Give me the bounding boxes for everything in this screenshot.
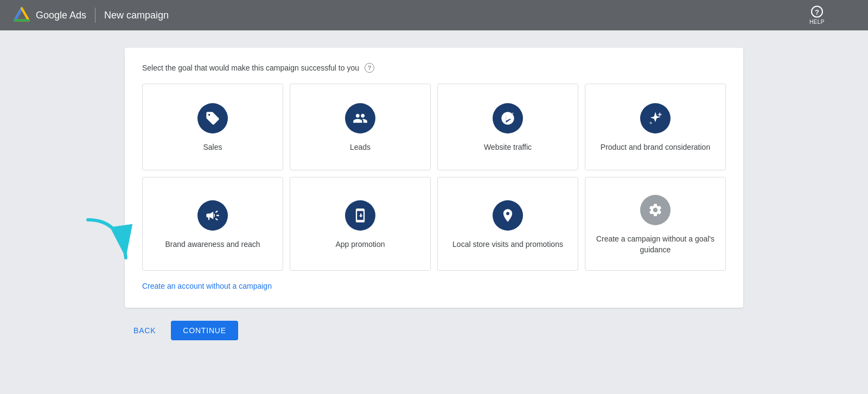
megaphone-icon [205,208,220,223]
no-guidance-label: Create a campaign without a goal's guida… [594,234,717,255]
create-account-link[interactable]: Create an account without a campaign [142,282,272,290]
brand-awareness-label: Brand awareness and reach [165,239,260,250]
header-divider [95,8,95,23]
brand-consideration-icon-circle [640,103,671,134]
svg-point-7 [510,113,511,114]
website-traffic-icon-circle [493,103,523,134]
goal-local-store[interactable]: Local store visits and promotions [437,177,578,271]
no-guidance-icon-circle [640,195,671,225]
back-button[interactable]: BACK [127,322,162,339]
bottom-bar: BACK CONTINUE [125,321,743,340]
app-promotion-icon-circle [345,200,375,231]
sparkle-icon [648,111,663,126]
leads-icon-circle [345,103,375,134]
header: Google Ads New campaign ? HELP [0,0,868,30]
card-header: Select the goal that would make this cam… [142,63,726,73]
goal-sales[interactable]: Sales [142,84,283,170]
blue-arrow-indicator [77,209,148,279]
goals-grid: Sales Leads [142,84,726,271]
instruction-help-icon[interactable]: ? [365,63,374,73]
logo: Google Ads [13,7,86,24]
website-traffic-label: Website traffic [484,142,532,153]
help-icon: ? [811,6,823,18]
local-store-icon-circle [493,200,523,231]
goal-brand-awareness[interactable]: Brand awareness and reach [142,177,283,271]
google-ads-logo-icon [13,7,30,24]
leads-label: Leads [350,142,371,153]
people-icon [353,111,368,126]
sales-icon-circle [197,103,228,134]
local-store-label: Local store visits and promotions [452,239,563,250]
goal-website-traffic[interactable]: Website traffic [437,84,578,170]
svg-point-5 [510,113,513,116]
cursor-sparkle-icon [500,111,515,126]
campaign-goal-card: Select the goal that would make this cam… [125,48,743,308]
gear-icon [648,202,663,218]
goal-brand-consideration[interactable]: Product and brand consideration [585,84,726,170]
app-name: Google Ads [36,10,86,21]
page-title: New campaign [104,10,169,21]
continue-button[interactable]: CONTINUE [171,321,238,340]
brand-consideration-label: Product and brand consideration [601,142,710,153]
location-pin-icon [500,208,515,223]
goal-leads[interactable]: Leads [290,84,431,170]
link-row: Create an account without a campaign [142,282,726,290]
svg-point-6 [512,113,513,114]
brand-awareness-icon-circle [197,200,228,231]
help-button[interactable]: ? HELP [809,6,825,25]
help-label: HELP [809,19,825,25]
tag-icon [205,111,220,126]
app-promotion-label: App promotion [335,239,385,250]
goal-no-guidance[interactable]: Create a campaign without a goal's guida… [585,177,726,271]
card-instruction: Select the goal that would make this cam… [142,63,359,72]
phone-download-icon [353,208,368,223]
svg-line-3 [22,8,29,20]
main-content: Select the goal that would make this cam… [0,30,868,358]
sales-label: Sales [203,142,222,153]
svg-line-2 [15,8,22,20]
goal-app-promotion[interactable]: App promotion [290,177,431,271]
